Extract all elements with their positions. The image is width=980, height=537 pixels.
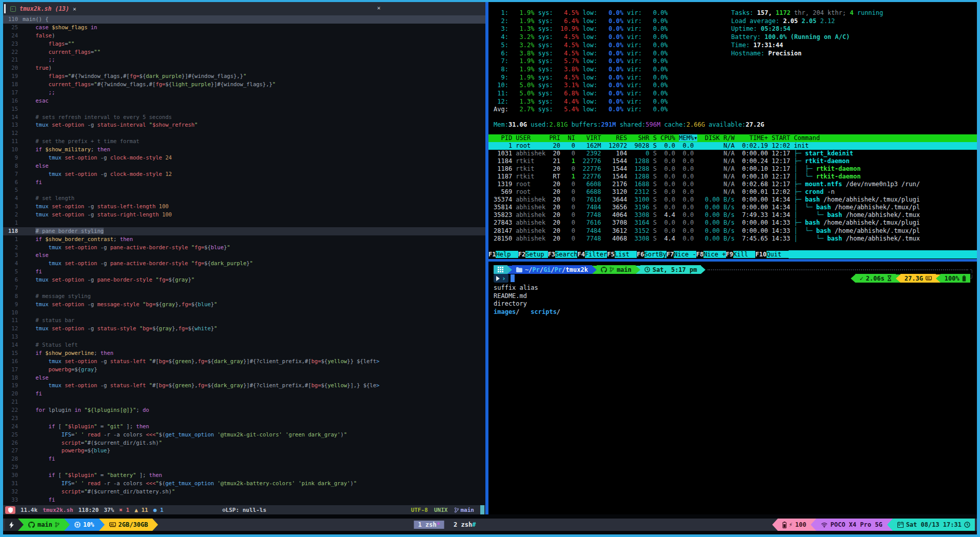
- code-line[interactable]: 9 tmux set-option -g message-style "bg=$…: [3, 301, 485, 309]
- code-line[interactable]: 28 fi: [3, 455, 485, 463]
- code-line[interactable]: 9 tmux set-option -g clock-mode-style 24: [3, 154, 485, 162]
- process-table-header[interactable]: PID USER PRI NI VIRT RES SHR S CPU% MEM%…: [488, 134, 977, 142]
- code-line[interactable]: 3 tmux set-option -g status-left-length …: [3, 203, 485, 211]
- line-number: 24: [3, 423, 23, 431]
- fkey-f2[interactable]: F2Setup: [518, 250, 548, 258]
- code-line[interactable]: 2 tmux set-option -g status-right-length…: [3, 211, 485, 219]
- line-number: 13: [3, 121, 23, 129]
- process-row[interactable]: 35814 abhishek 20 0 7484 3656 3196 S 0.0…: [488, 204, 977, 211]
- code-line[interactable]: 2 tmux set-option -g pane-active-border-…: [3, 244, 485, 252]
- code-line[interactable]: 6 tmux set-option -g pane-border-style "…: [3, 276, 485, 284]
- tab-tmux2k[interactable]: tmux2k.sh (13) ✕: [10, 2, 76, 15]
- code-line[interactable]: 10 if $show_military; then: [3, 146, 485, 154]
- code-line[interactable]: 6 fi: [3, 178, 485, 187]
- code-line[interactable]: 16 esac: [3, 97, 485, 105]
- process-row[interactable]: 1031 abhishek 20 0 2392 104 0 S 0.0 0.0 …: [488, 150, 977, 157]
- code-line[interactable]: 4 # set length: [3, 194, 485, 203]
- code-line[interactable]: 20 true): [3, 64, 485, 72]
- output-line: directory: [494, 300, 560, 308]
- code-line[interactable]: 118 # pane border styling: [3, 227, 485, 235]
- code-line[interactable]: 4 tmux set-option -g pane-active-border-…: [3, 260, 485, 268]
- code-line[interactable]: 8 else: [3, 162, 485, 170]
- process-row[interactable]: 28147 abhishek 20 0 7484 3612 3152 S 0.0…: [488, 227, 977, 235]
- code-line[interactable]: 29: [3, 463, 485, 471]
- code-line[interactable]: 5 fi: [3, 268, 485, 276]
- shell-pane[interactable]: ~/Pr/Gi/Pr/tmux2k main Sat, 5:17 pm: [488, 262, 977, 514]
- code-line[interactable]: 25 case $show_flags in: [3, 24, 485, 32]
- process-row[interactable]: 35374 abhishek 20 0 7616 3644 3100 S 0.0…: [488, 196, 977, 204]
- code-line[interactable]: 110main() {: [3, 15, 485, 24]
- code-line[interactable]: 31 IFS=' ' read -r -a colors <<<"$(get_t…: [3, 480, 485, 488]
- code-line[interactable]: 1 if $show_border_contrast; then: [3, 235, 485, 244]
- tab-close-icon[interactable]: ✕: [73, 6, 76, 12]
- fkey-f10[interactable]: F10Quit: [755, 250, 789, 258]
- session-segment[interactable]: main: [24, 519, 64, 531]
- cpu-meter-row: Avg: 2.7% sys: 5.4% low: 0.0% vir: 0.0%: [494, 106, 668, 114]
- code-line[interactable]: 19 flags="#{?window_flags,#[fg=${dark_pu…: [3, 72, 485, 81]
- code-line[interactable]: 17 ;;: [3, 89, 485, 97]
- fkey-f5[interactable]: F5List: [607, 250, 637, 258]
- fkey-f1[interactable]: F1Help: [488, 250, 518, 258]
- prompt-time-segment: Sat, 5:17 pm: [640, 265, 701, 274]
- code-line[interactable]: 25 IFS=' ' read -r -a colors <<<"$(get_t…: [3, 431, 485, 439]
- code-line[interactable]: 20 fi: [3, 390, 485, 398]
- code-line[interactable]: 33 fi: [3, 496, 485, 504]
- process-row[interactable]: 1184 rtkit 21 1 22776 1544 1288 S 0.0 0.…: [488, 157, 977, 165]
- fkey-f3[interactable]: F3Search: [548, 250, 578, 258]
- code-line[interactable]: 18 else: [3, 374, 485, 382]
- fkey-f8[interactable]: F8Nice +: [696, 250, 726, 258]
- window-item-1-zsh[interactable]: 1 zsh*: [414, 521, 444, 529]
- code-line[interactable]: 14 # Status left: [3, 341, 485, 349]
- process-row[interactable]: 1 root 20 0 162M 12072 9028 S 0.0 0.0 N/…: [488, 142, 977, 150]
- window-item-2-zsh[interactable]: 2 zsh#: [449, 521, 480, 529]
- code-line[interactable]: 8 # message styling: [3, 292, 485, 301]
- code-line[interactable]: 24 if [ "$lplugin" = "git" ]; then: [3, 423, 485, 431]
- code-line[interactable]: 17 powerbg=${gray}: [3, 366, 485, 374]
- code-line[interactable]: 14 # sets refresh interval to every 5 se…: [3, 113, 485, 122]
- editor-code-area[interactable]: 110main() {25 case $show_flags in24 fals…: [3, 15, 485, 504]
- terminal-cursor[interactable]: [511, 274, 515, 282]
- code-line[interactable]: 16 tmux set-option -g status-left "#[bg=…: [3, 357, 485, 366]
- code-line[interactable]: 21: [3, 398, 485, 406]
- fkey-f9[interactable]: F9Kill: [726, 250, 756, 258]
- process-table[interactable]: 1 root 20 0 162M 12072 9028 S 0.0 0.0 N/…: [488, 142, 977, 243]
- code-line[interactable]: 3 else: [3, 251, 485, 260]
- fkey-f7[interactable]: F7Nice -: [667, 250, 696, 258]
- code-line[interactable]: 30 if [ "$lplugin" = "battery" ]; then: [3, 471, 485, 480]
- code-line[interactable]: 12: [3, 129, 485, 137]
- process-row[interactable]: 28150 abhishek 20 0 7748 4068 3308 S 4.4…: [488, 235, 977, 243]
- code-line[interactable]: 23 flags="": [3, 40, 485, 48]
- code-line[interactable]: 22 for lplugin in "${lplugins[@]}"; do: [3, 406, 485, 414]
- code-line[interactable]: 18 current_flags="#{?window_flags,#[fg=$…: [3, 81, 485, 89]
- code-line[interactable]: 21 ;;: [3, 56, 485, 64]
- code-line[interactable]: 13: [3, 333, 485, 341]
- fkey-f6[interactable]: F6SortBy: [637, 250, 667, 258]
- code-line[interactable]: 7: [3, 284, 485, 292]
- cpu-icon: [74, 522, 81, 528]
- fkey-f4[interactable]: F4Filter: [577, 250, 607, 258]
- code-line[interactable]: 15 if $show_powerline; then: [3, 349, 485, 357]
- process-row[interactable]: 1319 root 20 0 6608 2176 1688 S 0.0 0.0 …: [488, 181, 977, 188]
- process-row[interactable]: 27843 abhishek 20 0 7616 3708 3164 S 0.0…: [488, 219, 977, 227]
- code-line[interactable]: 7 tmux set-option -g clock-mode-style 12: [3, 170, 485, 178]
- code-line[interactable]: 10: [3, 309, 485, 317]
- code-line[interactable]: 15: [3, 105, 485, 113]
- code-line[interactable]: 27 powerbg=${blue}: [3, 447, 485, 455]
- tabline-close-icon[interactable]: ✕: [377, 5, 381, 11]
- code-line[interactable]: 26 script="#($current_dir/git.sh)": [3, 439, 485, 447]
- code-line[interactable]: 23: [3, 414, 485, 423]
- code-line[interactable]: 1: [3, 219, 485, 227]
- process-row[interactable]: 1186 rtkit 20 0 22776 1544 1288 S 0.0 0.…: [488, 165, 977, 173]
- code-line[interactable]: 5: [3, 186, 485, 194]
- code-line[interactable]: 13 tmux set-option -g status-interval "$…: [3, 121, 485, 129]
- code-line[interactable]: 19 tmux set-option -g status-left "#[bg=…: [3, 382, 485, 390]
- code-line[interactable]: 12 tmux set-option -g status-style "bg=$…: [3, 325, 485, 333]
- process-row[interactable]: 1187 rtkit RT 1 22776 1544 1288 S 0.0 0.…: [488, 173, 977, 181]
- code-line[interactable]: 22 current_flags="": [3, 48, 485, 56]
- code-line[interactable]: 11 # status bar: [3, 316, 485, 325]
- process-row[interactable]: 569 root 20 0 6688 3120 2312 S 0.0 0.0 N…: [488, 188, 977, 196]
- code-line[interactable]: 11 # set the prefix + t time format: [3, 137, 485, 146]
- code-line[interactable]: 24 false): [3, 32, 485, 40]
- code-line[interactable]: 32 script="#($current_dir/battery.sh)": [3, 488, 485, 496]
- process-row[interactable]: 35823 abhishek 20 0 7748 4064 3308 S 4.4…: [488, 211, 977, 219]
